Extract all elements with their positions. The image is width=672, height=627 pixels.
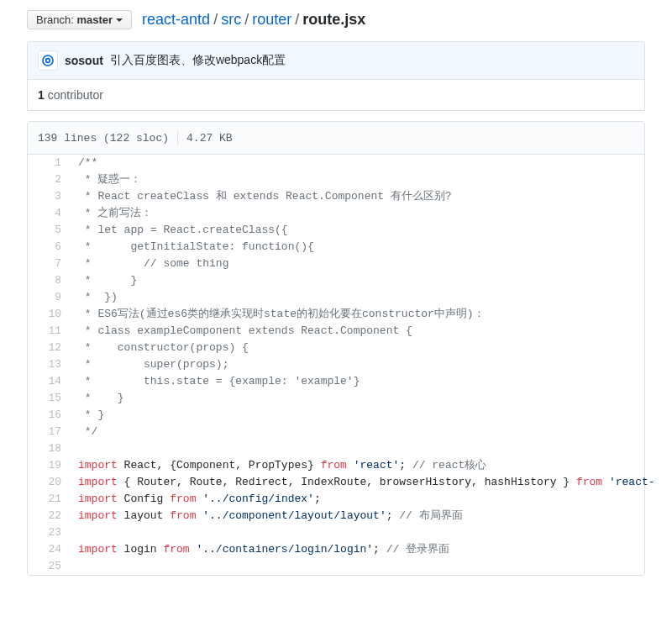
code-line: 15 * } [28,390,664,407]
line-code[interactable]: * } [70,407,664,424]
contributors-row: 1 contributor [28,80,644,110]
line-code[interactable]: * 之前写法： [70,205,664,222]
line-number[interactable]: 17 [28,424,70,440]
code-table: 1/**2 * 疑惑一：3 * React createClass 和 exte… [28,155,664,575]
code-line: 13 * super(props); [28,356,664,373]
line-number[interactable]: 3 [28,188,70,205]
line-number[interactable]: 5 [28,222,70,239]
breadcrumb-file: route.jsx [302,11,365,29]
code-line: 1/** [28,155,664,171]
contributor-count: 1 [38,88,45,102]
code-line: 24import login from '../containers/login… [28,541,664,558]
line-number[interactable]: 15 [28,390,70,407]
code-line: 3 * React createClass 和 extends React.Co… [28,188,664,205]
code-line: 12 * constructor(props) { [28,340,664,356]
breadcrumb-sep: / [210,11,221,29]
file-header: Branch: master react-antd / src / router… [0,0,672,36]
line-number[interactable]: 8 [28,272,70,289]
file-box: 139 lines (122 sloc) 4.27 KB 1/**2 * 疑惑一… [27,121,645,576]
breadcrumb-part[interactable]: router [252,11,291,29]
line-code[interactable]: * React createClass 和 extends React.Comp… [70,188,664,205]
code-line: 4 * 之前写法： [28,205,664,222]
line-code[interactable]: * } [70,272,664,289]
line-code[interactable]: * getInitialState: function(){ [70,239,664,256]
line-number[interactable]: 10 [28,306,70,323]
commit-author[interactable]: sosout [65,54,103,67]
file-size: 4.27 KB [186,132,233,145]
branch-select[interactable]: Branch: master [27,10,132,29]
code-line: 22import layout from '../component/layou… [28,508,664,524]
breadcrumb-part[interactable]: src [221,11,241,29]
code-line: 14 * this.state = {example: 'example'} [28,373,664,390]
line-number[interactable]: 2 [28,171,70,188]
line-number[interactable]: 22 [28,508,70,524]
line-number[interactable]: 12 [28,340,70,356]
code-line: 6 * getInitialState: function(){ [28,239,664,256]
line-code[interactable] [70,558,664,575]
line-number[interactable]: 24 [28,541,70,558]
code-line: 8 * } [28,272,664,289]
separator [177,130,178,145]
code-line: 21import Config from '../config/index'; [28,491,664,508]
svg-point-0 [43,55,53,66]
line-code[interactable]: * ES6写法(通过es6类的继承实现时state的初始化要在construct… [70,306,664,323]
line-code[interactable]: import layout from '../component/layout/… [70,508,664,524]
line-code[interactable]: * class exampleComponent extends React.C… [70,323,664,340]
code-line: 16 * } [28,407,664,424]
branch-name: master [76,13,113,26]
line-code[interactable] [70,524,664,541]
line-number[interactable]: 1 [28,155,70,171]
line-code[interactable]: * let app = React.createClass({ [70,222,664,239]
code-line: 5 * let app = React.createClass({ [28,222,664,239]
line-number[interactable]: 4 [28,205,70,222]
line-number[interactable]: 21 [28,491,70,508]
commit-row: sosout 引入百度图表、修改webpack配置 [28,42,644,80]
branch-label: Branch: [36,13,74,26]
code-line: 10 * ES6写法(通过es6类的继承实现时state的初始化要在constr… [28,306,664,323]
line-code[interactable]: * super(props); [70,356,664,373]
code-line: 7 * // some thing [28,256,664,272]
line-number[interactable]: 16 [28,407,70,424]
line-code[interactable]: * constructor(props) { [70,340,664,356]
line-number[interactable]: 19 [28,457,70,474]
contributor-label: contributor [48,88,103,102]
code-line: 19import React, {Component, PropTypes} f… [28,457,664,474]
line-number[interactable]: 23 [28,524,70,541]
line-code[interactable]: import Config from '../config/index'; [70,491,664,508]
code-line: 17 */ [28,424,664,440]
line-number[interactable]: 6 [28,239,70,256]
code-line: 18 [28,440,664,457]
caret-down-icon [116,18,123,22]
commit-box: sosout 引入百度图表、修改webpack配置 1 contributor [27,41,645,111]
line-code[interactable]: /** [70,155,664,171]
line-code[interactable]: import { Router, Route, Redirect, IndexR… [70,474,664,491]
line-code[interactable]: import React, {Component, PropTypes} fro… [70,457,664,474]
line-number[interactable]: 11 [28,323,70,340]
line-code[interactable]: import login from '../containers/login/l… [70,541,664,558]
line-code[interactable] [70,440,664,457]
breadcrumb: react-antd / src / router / route.jsx [142,11,365,29]
code-line: 20import { Router, Route, Redirect, Inde… [28,474,664,491]
line-code[interactable]: * 疑惑一： [70,171,664,188]
code-line: 9 * }) [28,289,664,306]
file-meta: 139 lines (122 sloc) 4.27 KB [28,122,644,155]
commit-message[interactable]: 引入百度图表、修改webpack配置 [110,53,286,68]
code-line: 23 [28,524,664,541]
line-number[interactable]: 14 [28,373,70,390]
code-line: 2 * 疑惑一： [28,171,664,188]
line-number[interactable]: 25 [28,558,70,575]
line-code[interactable]: * this.state = {example: 'example'} [70,373,664,390]
line-number[interactable]: 9 [28,289,70,306]
line-code[interactable]: * // some thing [70,256,664,272]
line-number[interactable]: 18 [28,440,70,457]
line-number[interactable]: 20 [28,474,70,491]
line-code[interactable]: * }) [70,289,664,306]
svg-point-1 [46,59,50,63]
breadcrumb-repo[interactable]: react-antd [142,11,210,29]
line-number[interactable]: 7 [28,256,70,272]
avatar[interactable] [38,50,58,71]
line-number[interactable]: 13 [28,356,70,373]
breadcrumb-sep: / [241,11,252,29]
line-code[interactable]: */ [70,424,664,440]
line-code[interactable]: * } [70,390,664,407]
